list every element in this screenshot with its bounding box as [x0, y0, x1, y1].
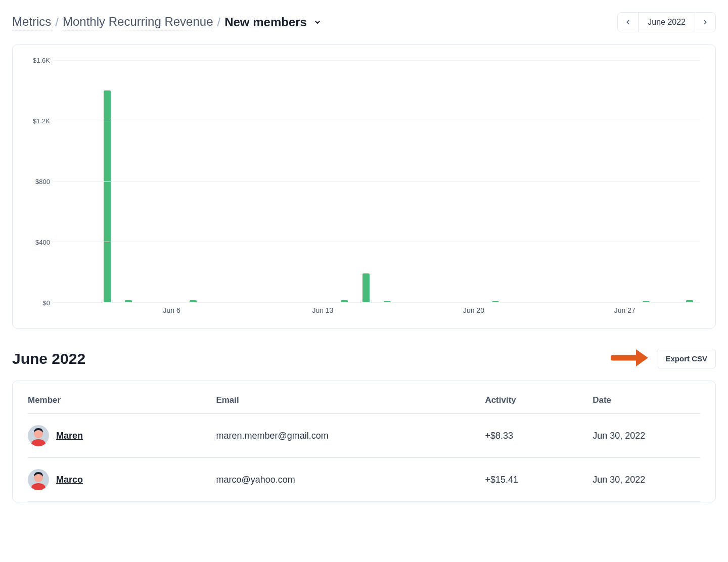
y-axis: $0$400$800$1.2K$1.6K	[28, 60, 53, 303]
avatar	[28, 425, 49, 446]
member-name-link[interactable]: Marco	[56, 475, 83, 485]
x-tick-slot: Jun 20	[463, 306, 485, 314]
chevron-left-icon	[624, 19, 631, 26]
chevron-right-icon	[702, 19, 709, 26]
chart-gridline	[53, 181, 700, 182]
col-header-member: Member	[28, 381, 216, 414]
cell-member: Maren	[28, 414, 216, 458]
cell-email: marco@yahoo.com	[216, 458, 485, 502]
y-tick-label: $0	[43, 299, 50, 307]
breadcrumb-separator: /	[55, 15, 59, 29]
col-header-date: Date	[593, 381, 700, 414]
arrow-annotation-icon	[611, 346, 650, 371]
chevron-down-icon	[313, 15, 322, 29]
month-navigator: June 2022	[617, 12, 716, 32]
breadcrumb-current[interactable]: New members	[224, 15, 321, 29]
chart-plot	[53, 60, 700, 303]
chart-bar[interactable]	[104, 90, 111, 302]
x-tick-slot: Jun 6	[161, 306, 183, 314]
y-tick-label: $1.2K	[33, 117, 50, 125]
prev-month-button[interactable]	[618, 13, 638, 32]
topbar: Metrics / Monthly Recurring Revenue / Ne…	[12, 12, 716, 32]
breadcrumb-separator: /	[217, 15, 221, 29]
section-header: June 2022 Export CSV	[12, 349, 716, 368]
cell-date: Jun 30, 2022	[593, 414, 700, 458]
month-label[interactable]: June 2022	[638, 13, 695, 32]
y-tick-label: $1.6K	[33, 57, 50, 64]
breadcrumb-current-label: New members	[224, 15, 307, 29]
member-name-link[interactable]: Maren	[56, 431, 83, 441]
y-tick-label: $800	[35, 178, 50, 185]
next-month-button[interactable]	[695, 13, 715, 32]
chart-card: $0$400$800$1.2K$1.6K Jun 6Jun 13Jun 20Ju…	[12, 44, 716, 329]
cell-date: Jun 30, 2022	[593, 458, 700, 502]
cell-member: Marco	[28, 458, 216, 502]
breadcrumb-parent[interactable]: Monthly Recurring Revenue	[63, 15, 213, 30]
export-csv-button[interactable]: Export CSV	[657, 349, 716, 368]
table-row: Marenmaren.member@gmail.com+$8.33Jun 30,…	[28, 414, 700, 458]
x-tick-slot: Jun 13	[312, 306, 334, 314]
members-table: Member Email Activity Date Marenmaren.me…	[28, 381, 700, 502]
chart-area: $0$400$800$1.2K$1.6K	[28, 60, 700, 303]
breadcrumb: Metrics / Monthly Recurring Revenue / Ne…	[12, 15, 322, 30]
chart-gridline	[53, 60, 700, 61]
cell-activity: +$15.41	[485, 458, 593, 502]
col-header-activity: Activity	[485, 381, 593, 414]
avatar	[28, 469, 49, 490]
cell-email: maren.member@gmail.com	[216, 414, 485, 458]
cell-activity: +$8.33	[485, 414, 593, 458]
chart-bar[interactable]	[362, 273, 370, 302]
x-tick-slot: Jun 27	[614, 306, 635, 314]
col-header-email: Email	[216, 381, 485, 414]
members-table-card: Member Email Activity Date Marenmaren.me…	[12, 381, 716, 502]
section-title: June 2022	[12, 350, 85, 367]
table-row: Marcomarco@yahoo.com+$15.41Jun 30, 2022	[28, 458, 700, 502]
chart-gridline	[53, 242, 700, 242]
chart-gridline	[53, 121, 700, 121]
breadcrumb-root[interactable]: Metrics	[12, 15, 51, 30]
x-axis: Jun 6Jun 13Jun 20Jun 27	[53, 303, 700, 318]
y-tick-label: $400	[35, 239, 50, 246]
